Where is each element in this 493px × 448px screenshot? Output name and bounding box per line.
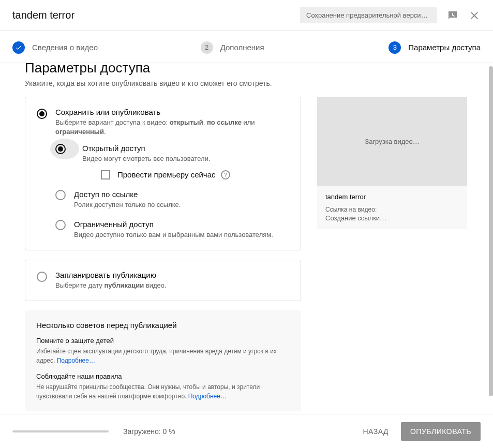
dialog-footer: Загружено: 0 % НАЗАД ОПУБЛИКОВАТЬ (0, 414, 493, 448)
option-title: Сохранить или опубликовать (55, 108, 289, 116)
tip-heading: Помните о защите детей (36, 337, 290, 345)
radio-public[interactable]: Открытый доступ Видео могут смотреть все… (55, 144, 289, 179)
checkbox-icon (101, 170, 110, 180)
autosave-badge: Сохранение предварительной версии… (300, 7, 437, 23)
tips-title: Несколько советов перед публикацией (36, 321, 290, 330)
preview-info: tandem terror Ссылка на видео: Создание … (317, 186, 467, 229)
option-subtitle: Выберите вариант доступа к видео: открыт… (55, 118, 289, 137)
tip-text: Избегайте сцен эксплуатации детского тру… (36, 347, 290, 365)
left-column: Сохранить или опубликовать Выберите вари… (25, 97, 301, 411)
step-label: Дополнения (220, 43, 264, 52)
page-subtitle: Укажите, когда вы хотите опубликовать ви… (25, 79, 467, 87)
option-subtitle: Видео доступно только вам и выбранным ва… (74, 230, 273, 240)
link-more[interactable]: Подробнее… (188, 393, 227, 400)
upload-progress-bar (12, 430, 109, 432)
option-title: Доступ по ссылке (74, 190, 181, 199)
step-extras[interactable]: 2 Дополнения (201, 41, 389, 54)
schedule-card: Запланировать публикацию Выберите дату п… (25, 260, 301, 301)
checkmark-icon (12, 41, 25, 54)
close-icon[interactable] (468, 9, 481, 22)
radio-icon (55, 144, 66, 154)
radio-icon (55, 190, 66, 200)
feedback-icon[interactable] (446, 9, 459, 22)
stepper: Сведения о видео 2 Дополнения 3 Параметр… (0, 32, 493, 63)
option-subtitle: Выберите дату публикации видео. (55, 281, 167, 290)
option-subtitle: Ролик доступен только по ссылке. (74, 200, 181, 210)
tip-heading: Соблюдайте наши правила (36, 372, 290, 380)
step-number-icon: 3 (389, 41, 401, 54)
help-icon[interactable]: ? (221, 170, 230, 180)
step-visibility[interactable]: 3 Параметры доступа (389, 41, 481, 54)
option-title: Ограниченный доступ (74, 220, 273, 229)
option-title: Открытый доступ (82, 144, 230, 153)
publish-button[interactable]: ОПУБЛИКОВАТЬ (401, 422, 481, 441)
radio-schedule[interactable]: Запланировать публикацию Выберите дату п… (37, 271, 289, 290)
video-preview: Загрузка видео… (317, 97, 467, 186)
save-publish-card: Сохранить или опубликовать Выберите вари… (25, 97, 301, 250)
upload-progress-text: Загружено: 0 % (123, 427, 355, 436)
option-subtitle: Видео могут смотреть все пользователи. (82, 154, 230, 163)
step-label: Параметры доступа (408, 43, 481, 52)
content-area: Параметры доступа Укажите, когда вы хоти… (0, 63, 492, 414)
dialog-header: tandem terror Сохранение предварительной… (0, 0, 493, 31)
radio-private[interactable]: Ограниченный доступ Видео доступно тольк… (55, 220, 289, 240)
option-title: Запланировать публикацию (55, 271, 167, 279)
link-more[interactable]: Подробнее… (57, 357, 95, 364)
preview-panel: Загрузка видео… tandem terror Ссылка на … (317, 97, 467, 229)
page-title: Параметры доступа (25, 63, 467, 76)
preview-video-title: tandem terror (325, 193, 459, 201)
tip-text: Не нарушайте принципы сообщества. Они ну… (36, 382, 290, 401)
preview-link-value: Создание ссылки… (325, 214, 459, 222)
step-details[interactable]: Сведения о видео (12, 41, 201, 54)
preview-link-label: Ссылка на видео: (325, 206, 459, 213)
step-label: Сведения о видео (32, 43, 98, 52)
checkbox-label: Провести премьеру сейчас (117, 170, 216, 179)
radio-save-publish[interactable]: Сохранить или опубликовать Выберите вари… (37, 108, 289, 137)
scrollbar[interactable] (489, 66, 493, 396)
radio-icon (37, 272, 47, 282)
back-button[interactable]: НАЗАД (355, 422, 396, 441)
premiere-checkbox[interactable]: Провести премьеру сейчас ? (101, 170, 230, 180)
radio-unlisted[interactable]: Доступ по ссылке Ролик доступен только п… (55, 190, 289, 210)
video-title: tandem terror (12, 9, 300, 21)
tips-card: Несколько советов перед публикацией Помн… (25, 310, 301, 411)
radio-icon (55, 220, 66, 230)
visibility-options: Открытый доступ Видео могут смотреть все… (55, 144, 289, 240)
step-number-icon: 2 (201, 41, 213, 54)
radio-icon (37, 109, 47, 119)
preview-loading-text: Загрузка видео… (365, 138, 419, 145)
